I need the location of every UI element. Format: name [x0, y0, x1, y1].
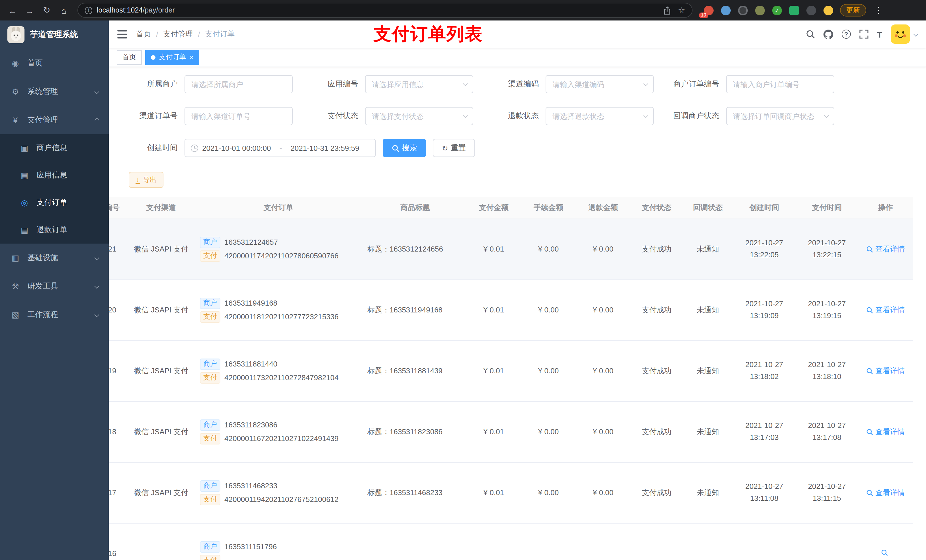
app-no-select[interactable] [365, 75, 473, 93]
extension-icon[interactable] [721, 5, 731, 15]
view-detail-link[interactable]: 查看详情 [866, 366, 905, 376]
refund-status-select[interactable] [546, 107, 654, 125]
address-bar[interactable]: i localhost:1024/pay/order ☆ [77, 3, 693, 18]
browser-reload-button[interactable]: ↻ [39, 2, 54, 18]
cell-pay-order: 商户 1635311881440 支付 42000011732021102728… [193, 340, 364, 401]
view-detail-link[interactable]: 查看详情 [866, 488, 905, 498]
refresh-icon: ↻ [442, 144, 448, 152]
browser-back-button[interactable]: ← [5, 2, 21, 18]
table-column-header: 商品标题 [364, 197, 466, 219]
search-icon[interactable] [806, 30, 815, 39]
sidebar-item-workflow[interactable]: ▧ 工作流程 [0, 300, 109, 329]
info-icon[interactable]: i [85, 6, 92, 14]
merchant-input[interactable] [185, 75, 293, 93]
extension-icon[interactable] [823, 5, 833, 15]
cell-actions: 查看详情 [858, 401, 913, 462]
date-range-input[interactable]: 2021-10-01 00:00:00 - 2021-10-31 23:59:5… [185, 139, 376, 157]
cell-notify-status [683, 523, 733, 560]
export-button[interactable]: ↓ 导出 [129, 172, 163, 188]
field-label: 应用编号 [301, 79, 365, 89]
sidebar-item-label: 工作流程 [27, 309, 58, 320]
cell-pay-order: 商户 1635312124657 支付 42000011742021102780… [193, 219, 364, 279]
extension-icon[interactable]: 10 [704, 5, 714, 15]
browser-forward-button[interactable]: → [22, 2, 38, 18]
cell-pay-order: 商户 1635311151796 支付 [193, 523, 364, 560]
table-column-header: 支付渠道 [129, 197, 193, 219]
merchant-order-no: 1635311468233 [224, 482, 277, 490]
sidebar-item-app-info[interactable]: ▦ 应用信息 [0, 162, 109, 189]
github-icon[interactable] [823, 29, 833, 39]
sidebar-item-home[interactable]: ◉ 首页 [0, 49, 109, 77]
hamburger-icon[interactable] [117, 30, 127, 38]
table-column-header: 支付订单 [193, 197, 364, 219]
browser-menu-icon[interactable]: ⋮ [871, 5, 886, 15]
extension-icon[interactable]: ✓ [772, 5, 782, 15]
pay-status-select[interactable] [365, 107, 473, 125]
cell-notify-status: 未通知 [683, 340, 733, 401]
sidebar-item-system[interactable]: ⚙ 系统管理 [0, 77, 109, 106]
help-icon[interactable]: ? [842, 30, 851, 39]
page-annotation: 支付订单列表 [374, 22, 483, 46]
filter-merchant: 所属商户 [120, 75, 301, 93]
browser-update-button[interactable]: 更新 [840, 4, 866, 17]
navbar-actions: ? T [806, 24, 917, 44]
extension-icon[interactable] [806, 5, 816, 15]
user-avatar[interactable] [891, 24, 917, 44]
filter-channel-code: 渠道编码 [481, 75, 662, 93]
pay-order-no: 4200001167202110271022491439 [224, 434, 339, 443]
cell-paid-time: 2021-10-27 13:22:15 [796, 219, 858, 279]
cell-amount: ¥ 0.01 [466, 462, 521, 523]
chevron-down-icon [95, 312, 99, 317]
cell-refund: ¥ 0.00 [576, 279, 631, 340]
reset-button[interactable]: ↻ 重置 [433, 139, 475, 157]
cell-paid-time: 2021-10-27 13:19:15 [796, 279, 858, 340]
field-label: 退款状态 [481, 111, 546, 121]
date-separator: - [275, 144, 286, 152]
sidebar-item-devtools[interactable]: ⚒ 研发工具 [0, 272, 109, 300]
bookmark-star-icon[interactable]: ☆ [678, 6, 685, 15]
extension-icon[interactable] [789, 5, 799, 15]
fullscreen-icon[interactable] [859, 30, 869, 39]
channel-order-no-input[interactable] [185, 107, 293, 125]
close-tab-icon[interactable]: × [190, 54, 194, 60]
view-detail-link[interactable]: 查看详情 [866, 305, 905, 315]
sidebar-item-merchant-info[interactable]: ▣ 商户信息 [0, 134, 109, 162]
sidebar-item-payment[interactable]: ¥ 支付管理 [0, 106, 109, 134]
sidebar-item-infrastructure[interactable]: ▥ 基础设施 [0, 244, 109, 272]
card-icon: ▣ [20, 143, 30, 152]
extension-icon[interactable] [755, 5, 765, 15]
screen: ← → ↻ ⌂ i localhost:1024/pay/order ☆ 10 … [0, 0, 926, 560]
search-button[interactable]: 搜索 [383, 139, 426, 157]
breadcrumb-home[interactable]: 首页 [136, 29, 151, 39]
channel-code-select[interactable] [546, 75, 654, 93]
sidebar: 芋道管理系统 ◉ 首页 ⚙ 系统管理 ¥ 支付管理 ▣ 商户信息 [0, 21, 109, 560]
cell-channel: 微信 JSAPI 支付 [129, 462, 193, 523]
view-detail-link[interactable]: 查看详情 [866, 244, 905, 254]
tab-home[interactable]: 首页 [117, 50, 142, 65]
browser-home-button[interactable]: ⌂ [56, 2, 72, 18]
cell-pay-status: 支付成功 [631, 401, 683, 462]
extension-icon[interactable] [738, 5, 748, 15]
table-row: 20 微信 JSAPI 支付 商户 1635311949168 支付 [109, 279, 913, 340]
breadcrumb-payment[interactable]: 支付管理 [163, 29, 193, 39]
view-detail-link[interactable] [881, 549, 890, 556]
notify-status-select[interactable] [726, 107, 834, 125]
table-row: 21 微信 JSAPI 支付 商户 1635312124657 支付 [109, 219, 913, 279]
sidebar-item-pay-order[interactable]: ◎ 支付订单 [0, 189, 109, 216]
merchant-order-no-input[interactable] [726, 75, 834, 93]
sidebar-item-refund-order[interactable]: ▤ 退款订单 [0, 216, 109, 244]
table-column-header: 操作 [858, 197, 913, 219]
view-detail-link[interactable]: 查看详情 [866, 427, 905, 437]
merchant-order-no: 1635311823086 [224, 421, 277, 429]
cell-id: 21 [109, 219, 129, 279]
tab-pay-order[interactable]: 支付订单 × [145, 50, 199, 65]
font-size-icon[interactable]: T [877, 29, 882, 39]
share-icon[interactable] [664, 6, 671, 15]
cell-id: 18 [109, 401, 129, 462]
cell-fee: ¥ 0.00 [521, 279, 576, 340]
table-column-header: 支付金额 [466, 197, 521, 219]
magnifier-icon [881, 549, 888, 556]
cell-title: 标题：1635311881439 [364, 340, 466, 401]
filter-create-time: 创建时间 2021-10-01 00:00:00 - 2021-10-31 23… [120, 139, 376, 157]
filter-channel-order-no: 渠道订单号 [120, 107, 301, 125]
